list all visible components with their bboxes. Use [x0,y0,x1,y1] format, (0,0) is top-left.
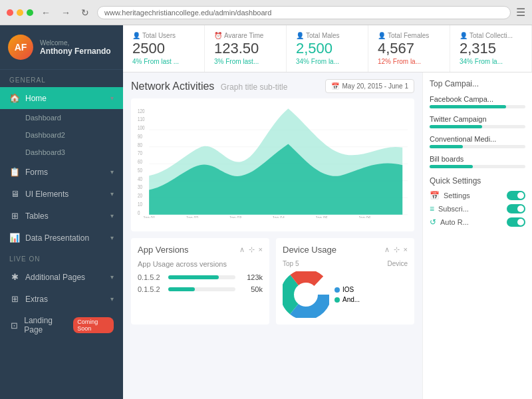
pie-svg [283,271,329,318]
bottom-panels: App Versions ∧ ⊹ × App Usage across vers… [131,238,414,325]
maximize-dot[interactable] [27,9,33,16]
svg-text:40: 40 [138,176,142,182]
network-chart: 0 10 20 30 40 50 60 70 80 90 100 110 120 [138,105,408,218]
network-activities-title: Network Activities [131,80,214,92]
stats-bar: 👤 Total Users 2500 4% From last ... ⏰ Av… [123,25,532,72]
sidebar-item-forms[interactable]: 📋 Forms ▾ [0,161,123,183]
campaign-conventional-name: Conventional Medi... [430,135,525,143]
sidebar-item-landing-page[interactable]: ⊡ Landing Page Coming Soon [0,310,123,340]
date-range-badge[interactable]: 📅 May 20, 2015 - June 1 [325,79,414,93]
version-bar-bg-2 [168,287,235,291]
version-value-1: 123k [239,273,263,281]
device-top-label: Top 5 [283,260,299,267]
device-legend: IOS And... [334,286,360,303]
sidebar-item-data-presentation[interactable]: 📊 Data Presentation ▾ [0,227,123,249]
android-color [334,297,340,303]
android-label: And... [342,296,360,303]
sidebar-item-ui-label: UI Elements [25,190,68,199]
sidebar-item-additional-pages[interactable]: ✱ Additional Pages ▾ [0,266,123,288]
refresh-button[interactable]: ↻ [78,6,92,19]
svg-text:120: 120 [138,108,144,114]
sidebar-item-ui-elements[interactable]: 🖥 UI Elements ▾ [0,183,123,205]
close-icon[interactable]: × [259,245,263,254]
subscribe-toggle[interactable] [507,204,525,213]
campaign-billboards-bar-bg [430,165,525,168]
version-bar-1 [168,275,219,279]
window-controls [7,9,33,16]
sidebar-item-dashboard3[interactable]: Dashboard3 [0,144,123,161]
male-icon: 👤 [296,32,304,39]
sidebar-item-extras[interactable]: ⊞ Extras ▾ [0,288,123,310]
panel-actions: ∧ ⊹ × [239,245,263,254]
sort-icon2[interactable]: ∧ [384,245,390,254]
settings-toggle[interactable] [507,191,525,200]
app-versions-header: App Versions ∧ ⊹ × [138,245,263,255]
forward-button[interactable]: → [59,6,73,19]
campaign-facebook-name: Facebook Campa... [430,95,525,103]
campaign-facebook-bar [430,105,506,108]
setting-row-1: 📅 Settings [430,191,525,200]
svg-text:Jan 01: Jan 01 [143,215,156,218]
stat-total-collections: 👤 Total Collecti... 2,315 34% From la... [450,25,532,72]
sidebar-item-additional-pages-label: Additional Pages [25,273,85,282]
stat-avg-time-value: 123.50 [214,41,277,57]
sidebar-item-tables[interactable]: ⊞ Tables ▾ [0,205,123,227]
stat-total-users-value: 2500 [132,41,195,57]
close-dot[interactable] [7,9,13,16]
data-icon: 📊 [9,233,20,243]
campaign-twitter-bar [430,125,482,128]
version-value-2: 50k [239,285,263,293]
setting-row-2: ≡ Subscri... [430,204,525,213]
sidebar-item-dashboard2[interactable]: Dashboard2 [0,126,123,144]
landing-icon: ⊡ [9,321,19,331]
network-activities-subtitle: Graph title sub-title [221,82,288,92]
stat-total-females-change: 12% From la... [378,58,440,65]
minimize-dot[interactable] [17,9,23,16]
chart-area: 0 10 20 30 40 50 60 70 80 90 100 110 120 [131,98,414,231]
pin-icon2[interactable]: ⊹ [394,245,400,254]
campaign-billboards-bar [430,165,473,168]
sidebar-item-forms-label: Forms [25,168,48,177]
campaign-item-billboards: Bill boards [430,155,525,168]
campaign-item-facebook: Facebook Campa... [430,95,525,108]
device-legend-android: And... [334,296,360,303]
stat-total-collections-change: 34% From la... [460,58,522,65]
stat-total-users: 👤 Total Users 2500 4% From last ... [123,25,205,72]
close-icon2[interactable]: × [404,245,408,254]
welcome-text: Welcome, [40,39,111,47]
svg-text:60: 60 [138,158,142,165]
quick-settings-title: Quick Settings [430,176,525,186]
svg-text:Jan 04: Jan 04 [272,215,285,218]
extras-icon: ⊞ [9,294,20,304]
stat-total-males-value: 2,500 [296,41,358,57]
pin-icon[interactable]: ⊹ [249,245,255,254]
setting-row-3: ↺ Auto R... [430,217,525,227]
device-usage-title: Device Usage [283,245,336,255]
coming-soon-badge: Coming Soon [73,317,114,333]
auto-toggle[interactable] [507,217,525,227]
svg-text:90: 90 [138,133,142,140]
toggle-container-1 [507,191,525,200]
content-left: Network Activities Graph title sub-title… [123,72,422,399]
ios-color [334,287,340,293]
address-bar[interactable]: www.heritagechristiancollege.edu/admin/d… [97,6,511,19]
sidebar-item-data-label: Data Presentation [25,233,89,243]
sidebar-item-home[interactable]: 🏠 Home ▾ [0,87,123,109]
sort-icon[interactable]: ∧ [239,245,245,254]
app-container: AF Welcome, Anthony Fernando GENERAL 🏠 H… [0,25,532,399]
chevron-down-icon: ▾ [110,94,114,102]
setting-label-2: Subscri... [438,205,469,213]
svg-text:50: 50 [138,167,142,174]
stat-total-users-change: 4% From last ... [132,58,195,65]
clock-icon: ⏰ [214,32,222,39]
stat-total-males-label: 👤 Total Males [296,32,358,39]
collection-icon: 👤 [460,32,467,39]
app-version-row-2: 0.1.5.2 50k [138,285,263,293]
section-general-label: GENERAL [0,70,123,87]
back-button[interactable]: ← [39,6,53,19]
campaign-facebook-bar-bg [430,105,525,108]
calendar-setting-icon: 📅 [430,191,440,200]
chevron-right-icon: ▾ [110,168,114,176]
browser-menu-icon[interactable]: ☰ [516,6,525,19]
sidebar-item-dashboard[interactable]: Dashboard [0,109,123,126]
